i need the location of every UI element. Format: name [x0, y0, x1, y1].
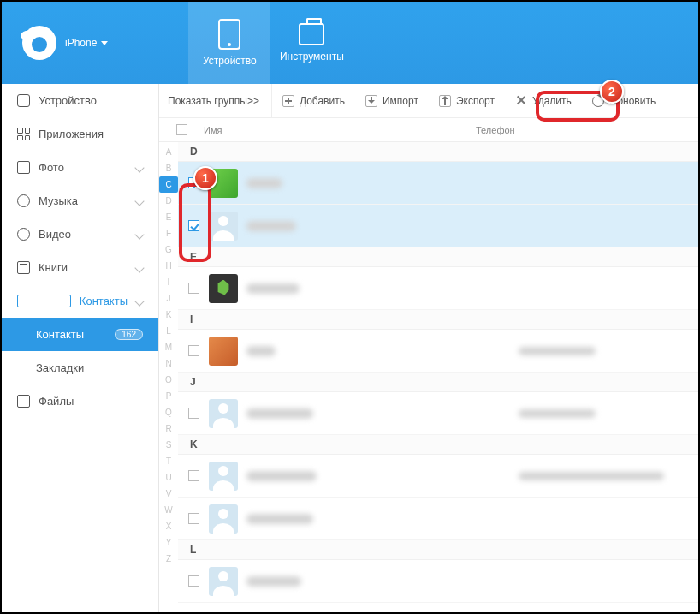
contact-name [246, 408, 313, 419]
alpha-index-letter[interactable]: K [159, 307, 178, 323]
alpha-index-letter[interactable]: O [159, 372, 178, 388]
avatar [209, 504, 238, 534]
contact-name [246, 576, 301, 587]
row-checkbox[interactable] [188, 283, 199, 294]
alpha-index-letter[interactable]: X [159, 518, 178, 534]
alpha-index-letter[interactable]: P [159, 388, 178, 404]
sidebar-item-label: Книги [39, 261, 68, 274]
section-letter: K [178, 435, 698, 455]
tab-label: Устройство [203, 55, 257, 67]
app-header: iPhone Устройство Инструменты [2, 2, 698, 84]
sidebar-item-label: Контакты [36, 328, 84, 341]
alpha-index-letter[interactable]: R [159, 420, 178, 437]
alpha-index: ABCDEFGHIJKLMNOPQRSTUVWXYZ [159, 142, 178, 612]
device-selector[interactable]: iPhone [65, 37, 108, 49]
import-icon [365, 95, 377, 107]
avatar [209, 337, 238, 366]
alpha-index-letter[interactable]: G [159, 241, 178, 258]
tablet-icon [218, 19, 240, 50]
row-checkbox[interactable] [188, 575, 199, 587]
contact-row[interactable] [178, 162, 698, 205]
contact-row[interactable] [178, 498, 698, 540]
row-checkbox[interactable] [188, 408, 199, 419]
sidebar-item-label: Музыка [39, 194, 78, 207]
contact-row[interactable] [178, 267, 698, 310]
briefcase-icon [299, 23, 324, 45]
show-groups-button[interactable]: Показать группы>> [159, 84, 272, 117]
contact-row[interactable] [178, 205, 698, 247]
main-tabs: Устройство Инструменты [188, 2, 353, 84]
sidebar-item-label: Устройство [39, 94, 97, 107]
contact-phone [519, 347, 596, 355]
import-button[interactable]: Импорт [355, 84, 429, 117]
alpha-index-letter[interactable]: C [159, 176, 178, 193]
alpha-index-letter[interactable]: V [159, 486, 178, 502]
alpha-index-letter[interactable]: I [159, 274, 178, 290]
tab-tools[interactable]: Инструменты [270, 2, 353, 84]
sidebar-item-photo[interactable]: Фото [2, 151, 158, 184]
sidebar-item-label: Приложения [39, 128, 104, 140]
alpha-index-letter[interactable]: F [159, 225, 178, 241]
column-phone[interactable]: Телефон [476, 125, 698, 135]
row-checkbox[interactable] [188, 345, 199, 356]
sidebar-item-music[interactable]: Музыка [2, 184, 158, 218]
sidebar-item-label: Закладки [36, 361, 84, 374]
contact-row[interactable] [178, 455, 698, 498]
contact-list: D E I [178, 142, 698, 612]
photo-icon [17, 161, 30, 174]
tab-device[interactable]: Устройство [188, 2, 270, 84]
sidebar-item-apps[interactable]: Приложения [2, 117, 158, 151]
sidebar-item-books[interactable]: Книги [2, 251, 158, 284]
contact-name [246, 283, 300, 294]
export-button[interactable]: Экспорт [429, 84, 505, 117]
sidebar-item-files[interactable]: Файлы [2, 384, 158, 418]
contact-name [246, 471, 317, 481]
alpha-index-letter[interactable]: W [159, 502, 178, 518]
alpha-index-letter[interactable]: Z [159, 551, 178, 567]
select-all-checkbox[interactable] [176, 124, 187, 135]
sidebar-item-video[interactable]: Видео [2, 218, 158, 251]
section-letter: J [178, 373, 698, 392]
sidebar-item-label: Фото [39, 161, 64, 174]
sidebar-item-contacts[interactable]: Контакты [2, 284, 158, 318]
alpha-index-letter[interactable]: M [159, 339, 178, 355]
row-checkbox[interactable] [188, 513, 199, 524]
alpha-index-letter[interactable]: Q [159, 404, 178, 420]
sidebar-item-label: Контакты [80, 295, 128, 307]
sidebar-item-label: Видео [39, 228, 71, 241]
alpha-index-letter[interactable]: T [159, 453, 178, 469]
add-button[interactable]: Добавить [272, 84, 355, 117]
x-icon [515, 95, 527, 107]
avatar [209, 399, 238, 428]
plus-icon [282, 95, 294, 107]
avatar [209, 212, 238, 241]
section-letter: I [178, 310, 698, 330]
sidebar-subitem-bookmarks[interactable]: Закладки [2, 351, 158, 384]
column-name[interactable]: Имя [204, 125, 476, 135]
alpha-index-letter[interactable]: Y [159, 534, 178, 551]
alpha-index-letter[interactable]: B [159, 160, 178, 176]
contact-row[interactable] [178, 392, 698, 435]
row-checkbox[interactable] [188, 470, 199, 481]
alpha-index-letter[interactable]: H [159, 258, 178, 274]
contact-row[interactable] [178, 560, 698, 603]
alpha-index-letter[interactable]: E [159, 209, 178, 225]
callout-1 [179, 183, 211, 262]
alpha-index-letter[interactable]: J [159, 290, 178, 307]
sidebar-item-device[interactable]: Устройство [2, 84, 158, 117]
contacts-icon [17, 295, 71, 307]
alpha-index-letter[interactable]: U [159, 469, 178, 486]
alpha-index-letter[interactable]: S [159, 437, 178, 453]
sidebar-subitem-contacts[interactable]: Контакты162 [2, 318, 158, 351]
contact-row[interactable] [178, 330, 698, 373]
column-headers: Имя Телефон [159, 118, 698, 142]
contact-phone [519, 409, 596, 418]
contact-phone [519, 472, 664, 480]
tab-label: Инструменты [280, 51, 344, 63]
alpha-index-letter[interactable]: D [159, 193, 178, 209]
callout-number-2: 2 [600, 80, 624, 104]
alpha-index-letter[interactable]: L [159, 323, 178, 339]
alpha-index-letter[interactable]: N [159, 355, 178, 372]
section-letter: D [178, 142, 698, 162]
alpha-index-letter[interactable]: A [159, 144, 178, 160]
